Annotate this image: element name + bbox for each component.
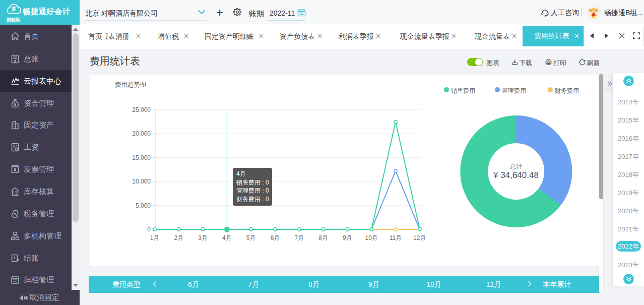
svg-text:0: 0 xyxy=(147,226,151,233)
svg-text:¥ 34,640.48: ¥ 34,640.48 xyxy=(493,170,539,180)
svg-text:15,000: 15,000 xyxy=(132,154,151,161)
svg-text:12月: 12月 xyxy=(413,234,426,241)
svg-text:5,000: 5,000 xyxy=(136,202,151,209)
svg-text:8月: 8月 xyxy=(318,234,328,241)
svg-text:10月: 10月 xyxy=(365,234,378,241)
svg-text:1月: 1月 xyxy=(150,234,160,241)
svg-text:10,000: 10,000 xyxy=(132,178,151,185)
svg-text:25,000: 25,000 xyxy=(132,106,151,113)
svg-text:20,000: 20,000 xyxy=(132,130,151,137)
svg-text:总计: 总计 xyxy=(509,163,522,170)
svg-text:6月: 6月 xyxy=(271,234,280,241)
svg-text:5月: 5月 xyxy=(246,234,256,241)
svg-text:2月: 2月 xyxy=(174,234,183,241)
svg-text:7月: 7月 xyxy=(294,234,304,241)
svg-text:11月: 11月 xyxy=(390,234,402,241)
svg-text:9月: 9月 xyxy=(343,234,352,241)
svg-text:3月: 3月 xyxy=(198,234,208,241)
svg-text:4月: 4月 xyxy=(222,234,232,241)
